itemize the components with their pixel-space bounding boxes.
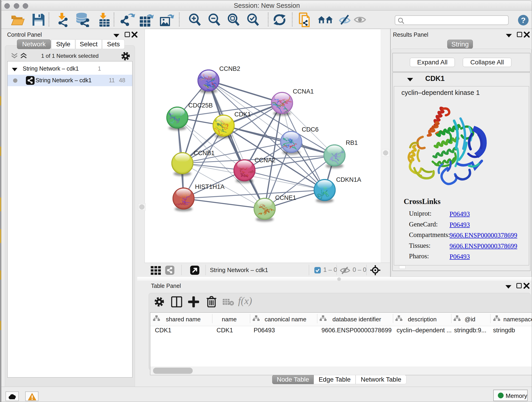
svg-text:CCNA1: CCNA1 xyxy=(293,88,314,95)
svg-text:CDC6: CDC6 xyxy=(302,126,319,133)
svg-text:HIST1H1A: HIST1H1A xyxy=(195,183,225,190)
svg-text:CCNE1: CCNE1 xyxy=(275,194,296,201)
svg-text:CCNB2: CCNB2 xyxy=(219,65,240,72)
svg-text:CDC25B: CDC25B xyxy=(188,102,213,109)
svg-text:CDK1: CDK1 xyxy=(234,111,251,118)
svg-text:CCNB1: CCNB1 xyxy=(194,150,215,157)
svg-text:CCNA2: CCNA2 xyxy=(254,157,276,164)
svg-text:RB1: RB1 xyxy=(346,139,358,146)
svg-text:CDKN1A: CDKN1A xyxy=(336,176,361,183)
